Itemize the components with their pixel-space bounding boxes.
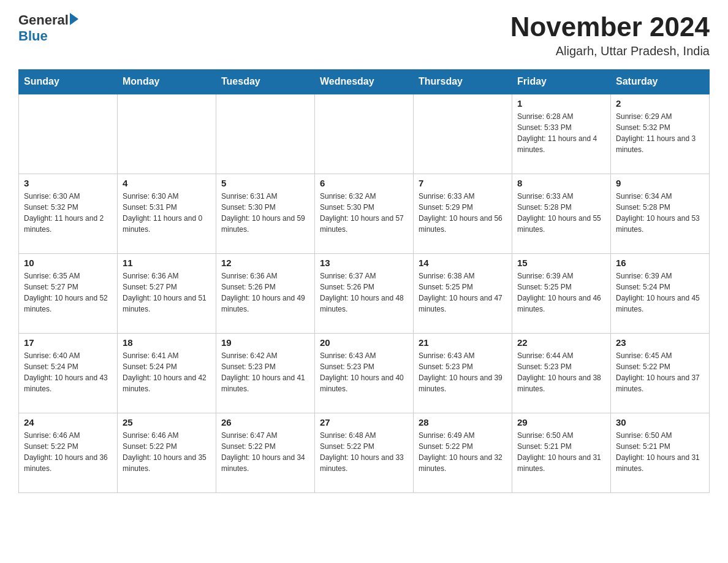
- calendar-header: SundayMondayTuesdayWednesdayThursdayFrid…: [19, 70, 710, 94]
- day-info: Sunrise: 6:39 AM Sunset: 5:25 PM Dayligh…: [517, 270, 605, 315]
- calendar-day-cell: 24Sunrise: 6:46 AM Sunset: 5:22 PM Dayli…: [19, 413, 118, 492]
- day-info: Sunrise: 6:44 AM Sunset: 5:23 PM Dayligh…: [517, 350, 605, 394]
- calendar-day-cell: 4Sunrise: 6:30 AM Sunset: 5:31 PM Daylig…: [118, 174, 216, 253]
- calendar-day-cell: 12Sunrise: 6:36 AM Sunset: 5:26 PM Dayli…: [216, 253, 315, 333]
- calendar-day-cell: [414, 94, 512, 174]
- calendar-day-cell: [216, 94, 315, 174]
- calendar-week-row: 10Sunrise: 6:35 AM Sunset: 5:27 PM Dayli…: [19, 253, 710, 333]
- calendar-day-cell: 28Sunrise: 6:49 AM Sunset: 5:22 PM Dayli…: [414, 413, 512, 492]
- month-title: November 2024: [510, 12, 710, 42]
- calendar-day-cell: 25Sunrise: 6:46 AM Sunset: 5:22 PM Dayli…: [118, 413, 216, 492]
- day-info: Sunrise: 6:46 AM Sunset: 5:22 PM Dayligh…: [24, 430, 112, 474]
- day-number: 13: [320, 258, 408, 268]
- calendar-day-cell: 6Sunrise: 6:32 AM Sunset: 5:30 PM Daylig…: [315, 174, 414, 253]
- day-number: 14: [419, 258, 507, 268]
- calendar-day-cell: 2Sunrise: 6:29 AM Sunset: 5:32 PM Daylig…: [611, 94, 710, 174]
- day-info: Sunrise: 6:49 AM Sunset: 5:22 PM Dayligh…: [419, 430, 507, 474]
- calendar-week-row: 17Sunrise: 6:40 AM Sunset: 5:24 PM Dayli…: [19, 333, 710, 413]
- day-info: Sunrise: 6:46 AM Sunset: 5:22 PM Dayligh…: [123, 430, 211, 474]
- day-number: 30: [616, 417, 704, 427]
- day-of-week-header: Saturday: [611, 70, 710, 94]
- calendar-week-row: 1Sunrise: 6:28 AM Sunset: 5:33 PM Daylig…: [19, 94, 710, 174]
- day-number: 29: [517, 417, 605, 427]
- day-info: Sunrise: 6:29 AM Sunset: 5:32 PM Dayligh…: [616, 111, 704, 155]
- day-info: Sunrise: 6:40 AM Sunset: 5:24 PM Dayligh…: [24, 350, 112, 394]
- day-of-week-header: Wednesday: [315, 70, 414, 94]
- day-number: 22: [517, 337, 605, 348]
- calendar-day-cell: 30Sunrise: 6:50 AM Sunset: 5:21 PM Dayli…: [611, 413, 710, 492]
- days-of-week-row: SundayMondayTuesdayWednesdayThursdayFrid…: [19, 70, 710, 94]
- day-number: 10: [24, 258, 112, 268]
- calendar-week-row: 3Sunrise: 6:30 AM Sunset: 5:32 PM Daylig…: [19, 174, 710, 253]
- page-header: General Blue November 2024 Aligarh, Utta…: [18, 12, 710, 58]
- day-info: Sunrise: 6:41 AM Sunset: 5:24 PM Dayligh…: [123, 350, 211, 394]
- day-number: 21: [419, 337, 507, 348]
- calendar-day-cell: 23Sunrise: 6:45 AM Sunset: 5:22 PM Dayli…: [611, 333, 710, 413]
- day-info: Sunrise: 6:30 AM Sunset: 5:31 PM Dayligh…: [123, 191, 211, 235]
- day-info: Sunrise: 6:45 AM Sunset: 5:22 PM Dayligh…: [616, 350, 704, 394]
- day-number: 11: [123, 258, 211, 268]
- calendar-day-cell: 3Sunrise: 6:30 AM Sunset: 5:32 PM Daylig…: [19, 174, 118, 253]
- day-info: Sunrise: 6:36 AM Sunset: 5:26 PM Dayligh…: [221, 270, 309, 315]
- day-number: 24: [24, 417, 112, 427]
- day-info: Sunrise: 6:48 AM Sunset: 5:22 PM Dayligh…: [320, 430, 408, 474]
- calendar-day-cell: 18Sunrise: 6:41 AM Sunset: 5:24 PM Dayli…: [118, 333, 216, 413]
- day-number: 20: [320, 337, 408, 348]
- calendar-day-cell: 16Sunrise: 6:39 AM Sunset: 5:24 PM Dayli…: [611, 253, 710, 333]
- day-number: 16: [616, 258, 704, 268]
- calendar-week-row: 24Sunrise: 6:46 AM Sunset: 5:22 PM Dayli…: [19, 413, 710, 492]
- title-section: November 2024 Aligarh, Uttar Pradesh, In…: [510, 12, 710, 58]
- calendar-day-cell: 27Sunrise: 6:48 AM Sunset: 5:22 PM Dayli…: [315, 413, 414, 492]
- calendar-day-cell: 21Sunrise: 6:43 AM Sunset: 5:23 PM Dayli…: [414, 333, 512, 413]
- day-info: Sunrise: 6:35 AM Sunset: 5:27 PM Dayligh…: [24, 270, 112, 315]
- logo-text-blue: Blue: [18, 28, 48, 44]
- day-number: 18: [123, 337, 211, 348]
- day-number: 6: [320, 178, 408, 188]
- day-of-week-header: Tuesday: [216, 70, 315, 94]
- day-info: Sunrise: 6:34 AM Sunset: 5:28 PM Dayligh…: [616, 191, 704, 235]
- day-info: Sunrise: 6:43 AM Sunset: 5:23 PM Dayligh…: [320, 350, 408, 394]
- calendar-day-cell: 17Sunrise: 6:40 AM Sunset: 5:24 PM Dayli…: [19, 333, 118, 413]
- day-number: 8: [517, 178, 605, 188]
- day-number: 23: [616, 337, 704, 348]
- logo-text-general: General: [18, 12, 69, 28]
- day-number: 17: [24, 337, 112, 348]
- day-number: 27: [320, 417, 408, 427]
- calendar-day-cell: 22Sunrise: 6:44 AM Sunset: 5:23 PM Dayli…: [512, 333, 611, 413]
- day-of-week-header: Friday: [512, 70, 611, 94]
- day-number: 2: [616, 98, 704, 109]
- calendar-day-cell: 13Sunrise: 6:37 AM Sunset: 5:26 PM Dayli…: [315, 253, 414, 333]
- day-info: Sunrise: 6:47 AM Sunset: 5:22 PM Dayligh…: [221, 430, 309, 474]
- day-number: 7: [419, 178, 507, 188]
- day-info: Sunrise: 6:31 AM Sunset: 5:30 PM Dayligh…: [221, 191, 309, 235]
- day-info: Sunrise: 6:33 AM Sunset: 5:28 PM Dayligh…: [517, 191, 605, 235]
- day-number: 19: [221, 337, 309, 348]
- calendar-day-cell: 20Sunrise: 6:43 AM Sunset: 5:23 PM Dayli…: [315, 333, 414, 413]
- day-number: 4: [123, 178, 211, 188]
- calendar-day-cell: 9Sunrise: 6:34 AM Sunset: 5:28 PM Daylig…: [611, 174, 710, 253]
- day-info: Sunrise: 6:33 AM Sunset: 5:29 PM Dayligh…: [419, 191, 507, 235]
- day-number: 28: [419, 417, 507, 427]
- day-number: 12: [221, 258, 309, 268]
- day-number: 26: [221, 417, 309, 427]
- calendar-day-cell: 11Sunrise: 6:36 AM Sunset: 5:27 PM Dayli…: [118, 253, 216, 333]
- calendar-day-cell: [315, 94, 414, 174]
- calendar-day-cell: [118, 94, 216, 174]
- calendar-day-cell: 10Sunrise: 6:35 AM Sunset: 5:27 PM Dayli…: [19, 253, 118, 333]
- calendar-day-cell: 19Sunrise: 6:42 AM Sunset: 5:23 PM Dayli…: [216, 333, 315, 413]
- day-info: Sunrise: 6:50 AM Sunset: 5:21 PM Dayligh…: [616, 430, 704, 474]
- calendar-table: SundayMondayTuesdayWednesdayThursdayFrid…: [18, 69, 710, 493]
- calendar-day-cell: 26Sunrise: 6:47 AM Sunset: 5:22 PM Dayli…: [216, 413, 315, 492]
- calendar-day-cell: 5Sunrise: 6:31 AM Sunset: 5:30 PM Daylig…: [216, 174, 315, 253]
- calendar-day-cell: 14Sunrise: 6:38 AM Sunset: 5:25 PM Dayli…: [414, 253, 512, 333]
- day-of-week-header: Monday: [118, 70, 216, 94]
- day-number: 9: [616, 178, 704, 188]
- calendar-day-cell: 7Sunrise: 6:33 AM Sunset: 5:29 PM Daylig…: [414, 174, 512, 253]
- calendar-day-cell: 15Sunrise: 6:39 AM Sunset: 5:25 PM Dayli…: [512, 253, 611, 333]
- day-of-week-header: Sunday: [19, 70, 118, 94]
- logo-arrow-icon: [70, 13, 78, 25]
- day-info: Sunrise: 6:43 AM Sunset: 5:23 PM Dayligh…: [419, 350, 507, 394]
- day-info: Sunrise: 6:36 AM Sunset: 5:27 PM Dayligh…: [123, 270, 211, 315]
- day-info: Sunrise: 6:38 AM Sunset: 5:25 PM Dayligh…: [419, 270, 507, 315]
- day-info: Sunrise: 6:50 AM Sunset: 5:21 PM Dayligh…: [517, 430, 605, 474]
